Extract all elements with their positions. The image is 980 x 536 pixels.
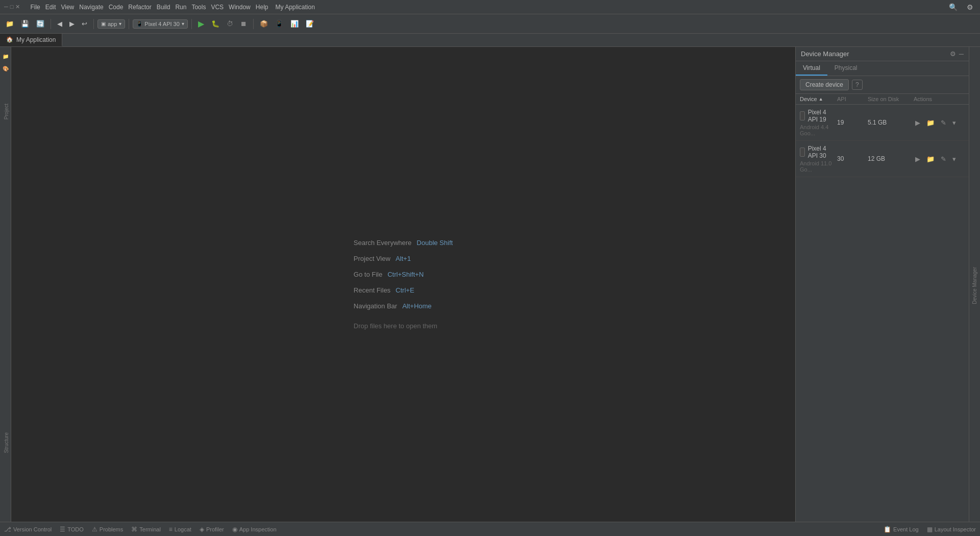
navigation-bar-shortcut[interactable]: Alt+Home xyxy=(402,302,431,310)
menu-build[interactable]: Build xyxy=(155,3,173,12)
dm-minimize-btn[interactable]: ─ xyxy=(959,50,964,58)
recent-files-shortcut[interactable]: Ctrl+E xyxy=(396,286,414,294)
menu-run[interactable]: Run xyxy=(173,3,188,12)
navigation-bar-row: Navigation Bar Alt+Home xyxy=(354,302,453,310)
folder-device-0-btn[interactable]: 📁 xyxy=(925,118,936,127)
menu-help[interactable]: Help xyxy=(254,3,271,12)
project-icon: 🏠 xyxy=(6,36,13,43)
stop-btn[interactable]: ⏹ xyxy=(238,18,250,29)
save-btn[interactable]: 💾 xyxy=(18,18,32,29)
device-name-0: Pixel 4 API 19 xyxy=(800,109,837,123)
dm-col-device[interactable]: Device ▲ xyxy=(800,96,837,102)
dm-title: Device Manager xyxy=(801,50,849,58)
status-layout-inspector[interactable]: ▦ Layout Inspector xyxy=(927,526,976,533)
toolbar: 📁 💾 🔄 ◀ ▶ ↩ ▣ app ▾ 📱 Pixel 4 API 30 ▾ ▶… xyxy=(0,14,980,34)
menu-code[interactable]: Code xyxy=(107,3,126,12)
project-view-label: Project View xyxy=(354,255,390,262)
status-terminal[interactable]: ⌘ Terminal xyxy=(131,526,161,533)
device-manager-panel: Device Manager ⚙ ─ Virtual Physical Crea… xyxy=(795,47,969,522)
open-folder-btn[interactable]: 📁 xyxy=(3,18,16,29)
event-log-icon: 📋 xyxy=(884,526,891,533)
folder-device-1-btn[interactable]: 📁 xyxy=(925,155,936,163)
device-api-0: 19 xyxy=(837,119,868,126)
menu-tools[interactable]: Tools xyxy=(189,3,208,12)
todo-icon: ☰ xyxy=(60,526,65,533)
dm-tab-physical[interactable]: Physical xyxy=(827,61,865,76)
separator-1 xyxy=(51,19,51,29)
separator-4 xyxy=(191,19,192,29)
menu-view[interactable]: View xyxy=(59,3,76,12)
project-label[interactable]: Project xyxy=(2,102,11,121)
sidebar-resource-icon[interactable]: 🎨 xyxy=(1,63,11,74)
status-logcat[interactable]: ≡ Logcat xyxy=(169,526,191,533)
run-device-0-btn[interactable]: ▶ xyxy=(914,118,922,127)
project-view-shortcut[interactable]: Alt+1 xyxy=(396,255,411,262)
run-btn[interactable]: ▶ xyxy=(195,17,207,30)
gutter-device-manager-label[interactable]: Device Manager xyxy=(972,264,977,307)
sdk-manager-btn[interactable]: 📦 xyxy=(257,18,271,29)
menu-file[interactable]: File xyxy=(28,3,42,12)
project-view-row: Project View Alt+1 xyxy=(354,255,453,262)
editor-area: Search Everywhere Double Shift Project V… xyxy=(11,47,795,522)
profiler-label: Profiler xyxy=(206,526,224,532)
status-problems[interactable]: ⚠ Problems xyxy=(92,526,123,533)
global-search-btn[interactable]: 🔍 xyxy=(946,2,960,13)
more-device-0-btn[interactable]: ▾ xyxy=(951,118,958,127)
menu-navigate[interactable]: Navigate xyxy=(77,3,105,12)
edit-device-0-btn[interactable]: ✎ xyxy=(939,118,948,127)
right-gutter: Device Manager xyxy=(969,47,980,522)
menu-refactor[interactable]: Refactor xyxy=(126,3,153,12)
back-btn[interactable]: ◀ xyxy=(55,18,65,29)
menu-bar: File Edit View Navigate Code Refactor Bu… xyxy=(28,3,940,12)
app-dropdown[interactable]: ▣ app ▾ xyxy=(97,19,125,29)
status-event-log[interactable]: 📋 Event Log xyxy=(884,526,919,533)
status-version-control[interactable]: ⎇ Version Control xyxy=(4,526,52,533)
restore-btn[interactable]: □ xyxy=(10,4,14,10)
structure-label[interactable]: Structure xyxy=(2,430,11,455)
run-device-1-btn[interactable]: ▶ xyxy=(914,155,922,163)
settings-btn[interactable]: ⚙ xyxy=(964,2,976,13)
dm-help-btn[interactable]: ? xyxy=(852,80,863,90)
tab-bar: 🏠 My Application xyxy=(0,34,980,47)
sync-btn[interactable]: 🔄 xyxy=(34,18,47,29)
layout-inspector-icon: ▦ xyxy=(927,526,933,533)
menu-vcs[interactable]: VCS xyxy=(209,3,226,12)
minimize-btn[interactable]: ─ xyxy=(4,4,8,10)
go-to-file-row: Go to File Ctrl+Shift+N xyxy=(354,271,453,278)
menu-edit[interactable]: Edit xyxy=(43,3,58,12)
dm-col-size[interactable]: Size on Disk xyxy=(868,96,914,102)
dm-settings-btn[interactable]: ⚙ xyxy=(950,50,956,58)
dm-col-api[interactable]: API xyxy=(837,96,868,102)
sidebar-project-icon[interactable]: 📁 xyxy=(1,51,11,61)
status-todo[interactable]: ☰ TODO xyxy=(60,526,84,533)
avd-manager-btn[interactable]: 📱 xyxy=(273,18,286,29)
profiler-btn[interactable]: 📊 xyxy=(288,18,301,29)
menu-window[interactable]: Window xyxy=(227,3,253,12)
device-dropdown[interactable]: 📱 Pixel 4 API 30 ▾ xyxy=(133,19,188,29)
forward-btn[interactable]: ▶ xyxy=(67,18,77,29)
more-device-1-btn[interactable]: ▾ xyxy=(951,155,958,163)
search-everywhere-shortcut[interactable]: Double Shift xyxy=(416,239,453,247)
profiler-icon: ◈ xyxy=(200,526,204,533)
app-inspection-label: App Inspection xyxy=(239,526,277,532)
logcat-btn[interactable]: 📝 xyxy=(303,18,316,29)
debug-btn[interactable]: 🐛 xyxy=(209,18,222,29)
event-log-label: Event Log xyxy=(893,526,919,532)
dm-tab-virtual[interactable]: Virtual xyxy=(796,61,827,76)
dm-col-actions: Actions xyxy=(914,96,965,102)
close-btn[interactable]: ✕ xyxy=(15,4,20,10)
status-app-inspection[interactable]: ◉ App Inspection xyxy=(232,526,277,533)
status-bar: ⎇ Version Control ☰ TODO ⚠ Problems ⌘ Te… xyxy=(0,522,980,536)
profile-btn[interactable]: ⏱ xyxy=(224,18,236,29)
edit-device-1-btn[interactable]: ✎ xyxy=(939,155,948,163)
go-to-file-shortcut[interactable]: Ctrl+Shift+N xyxy=(387,271,424,278)
recent-files-row: Recent Files Ctrl+E xyxy=(354,286,453,294)
tab-my-application[interactable]: 🏠 My Application xyxy=(0,34,62,46)
dm-header: Device Manager ⚙ ─ xyxy=(796,47,969,61)
create-device-btn[interactable]: Create device xyxy=(800,79,849,90)
status-profiler[interactable]: ◈ Profiler xyxy=(200,526,224,533)
revert-btn[interactable]: ↩ xyxy=(79,18,90,29)
recent-files-label: Recent Files xyxy=(354,286,390,294)
device-actions-0: ▶ 📁 ✎ ▾ xyxy=(914,118,965,127)
terminal-icon: ⌘ xyxy=(131,526,137,533)
